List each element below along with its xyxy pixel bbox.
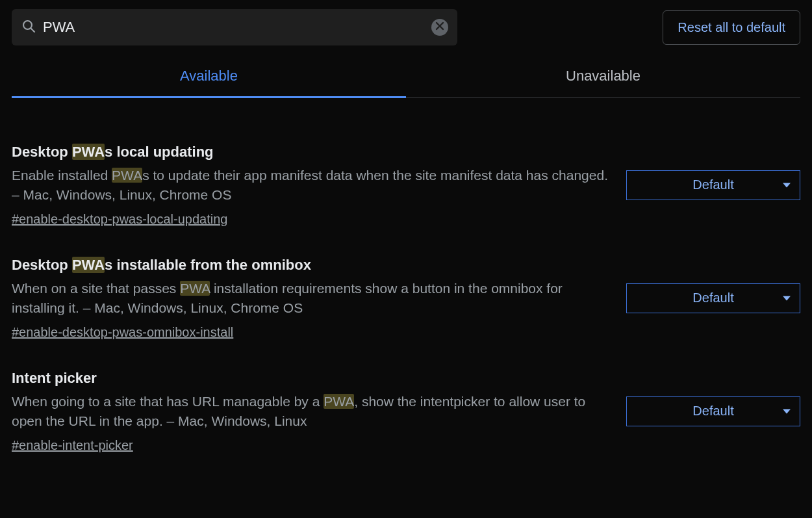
dropdown-label: Default <box>627 291 800 305</box>
flag-state-dropdown[interactable]: Default <box>626 396 800 426</box>
search-icon <box>21 18 36 36</box>
chevron-down-icon <box>783 183 791 187</box>
topbar: Reset all to default <box>0 0 812 58</box>
flag-text: Desktop PWAs local updating Enable insta… <box>12 144 611 227</box>
flag-hash-link[interactable]: #enable-intent-picker <box>12 438 133 453</box>
chevron-down-icon <box>783 296 791 300</box>
dropdown-label: Default <box>627 177 800 192</box>
flag-description: When on a site that passes PWA installat… <box>12 279 611 318</box>
tab-available[interactable]: Available <box>12 58 406 98</box>
chevron-down-icon <box>783 409 791 413</box>
reset-all-button[interactable]: Reset all to default <box>663 10 800 45</box>
flags-list: Desktop PWAs local updating Enable insta… <box>0 98 812 465</box>
flag-hash-link[interactable]: #enable-desktop-pwas-omnibox-install <box>12 325 233 340</box>
flag-row: Desktop PWAs installable from the omnibo… <box>12 239 800 352</box>
flag-hash-link[interactable]: #enable-desktop-pwas-local-updating <box>12 212 227 227</box>
flag-title: Desktop PWAs local updating <box>12 144 611 161</box>
flag-title: Desktop PWAs installable from the omnibo… <box>12 257 611 274</box>
flag-row: Intent picker When going to a site that … <box>12 352 800 465</box>
search-input[interactable] <box>36 19 431 36</box>
flag-row: Desktop PWAs local updating Enable insta… <box>12 118 800 239</box>
clear-search-button[interactable] <box>431 19 448 36</box>
svg-line-1 <box>31 29 35 32</box>
tab-unavailable[interactable]: Unavailable <box>406 58 800 98</box>
flag-description: When going to a site that has URL managa… <box>12 392 611 432</box>
flag-text: Intent picker When going to a site that … <box>12 370 611 453</box>
close-icon <box>435 21 444 33</box>
flag-text: Desktop PWAs installable from the omnibo… <box>12 257 611 340</box>
dropdown-label: Default <box>627 404 800 419</box>
flag-state-dropdown[interactable]: Default <box>626 283 800 313</box>
flag-state-dropdown[interactable]: Default <box>626 170 800 200</box>
tabs: Available Unavailable <box>12 58 800 98</box>
search-box <box>12 9 457 45</box>
flag-title: Intent picker <box>12 370 611 387</box>
flag-description: Enable installed PWAs to update their ap… <box>12 166 611 205</box>
